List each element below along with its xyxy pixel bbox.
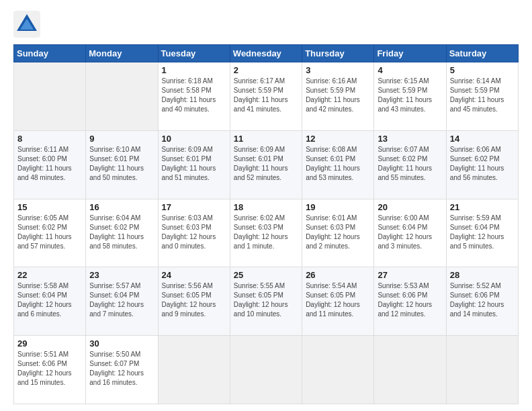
day-info: Sunrise: 6:08 AM Sunset: 6:01 PM Dayligh… bbox=[306, 146, 360, 181]
day-info: Sunrise: 5:57 AM Sunset: 6:04 PM Dayligh… bbox=[89, 282, 144, 318]
day-info: Sunrise: 5:56 AM Sunset: 6:05 PM Dayligh… bbox=[162, 282, 216, 318]
day-info: Sunrise: 5:52 AM Sunset: 6:06 PM Dayligh… bbox=[450, 282, 504, 318]
calendar-cell bbox=[374, 336, 446, 404]
day-info: Sunrise: 6:11 AM Sunset: 6:00 PM Dayligh… bbox=[17, 146, 72, 181]
calendar-cell bbox=[302, 336, 374, 404]
day-number: 17 bbox=[162, 202, 226, 212]
day-number: 9 bbox=[89, 134, 154, 144]
day-info: Sunrise: 6:09 AM Sunset: 6:01 PM Dayligh… bbox=[162, 146, 216, 181]
calendar-cell: 15 Sunrise: 6:05 AM Sunset: 6:02 PM Dayl… bbox=[14, 199, 86, 267]
day-info: Sunrise: 6:07 AM Sunset: 6:02 PM Dayligh… bbox=[378, 146, 432, 181]
calendar-cell: 10 Sunrise: 6:09 AM Sunset: 6:01 PM Dayl… bbox=[158, 130, 230, 199]
calendar-cell: 13 Sunrise: 6:07 AM Sunset: 6:02 PM Dayl… bbox=[374, 130, 446, 199]
page: SundayMondayTuesdayWednesdayThursdayFrid… bbox=[0, 0, 532, 411]
day-info: Sunrise: 6:01 AM Sunset: 6:03 PM Dayligh… bbox=[306, 214, 360, 250]
day-number: 19 bbox=[306, 202, 370, 212]
calendar-cell: 8 Sunrise: 6:11 AM Sunset: 6:00 PM Dayli… bbox=[14, 130, 86, 199]
calendar-cell bbox=[158, 336, 230, 404]
weekday-friday: Friday bbox=[374, 45, 446, 62]
header bbox=[13, 11, 519, 38]
day-number: 12 bbox=[306, 134, 370, 144]
day-info: Sunrise: 6:18 AM Sunset: 5:58 PM Dayligh… bbox=[162, 77, 216, 113]
day-info: Sunrise: 6:14 AM Sunset: 5:59 PM Dayligh… bbox=[450, 77, 504, 113]
calendar-cell: 9 Sunrise: 6:10 AM Sunset: 6:01 PM Dayli… bbox=[86, 130, 158, 199]
week-row-2: 8 Sunrise: 6:11 AM Sunset: 6:00 PM Dayli… bbox=[14, 130, 519, 199]
logo bbox=[13, 11, 44, 38]
calendar-cell: 18 Sunrise: 6:02 AM Sunset: 6:03 PM Dayl… bbox=[230, 199, 302, 267]
calendar-cell: 16 Sunrise: 6:04 AM Sunset: 6:02 PM Dayl… bbox=[86, 199, 158, 267]
calendar-cell: 28 Sunrise: 5:52 AM Sunset: 6:06 PM Dayl… bbox=[446, 267, 518, 336]
calendar-cell: 2 Sunrise: 6:17 AM Sunset: 5:59 PM Dayli… bbox=[230, 62, 302, 131]
calendar-cell: 5 Sunrise: 6:14 AM Sunset: 5:59 PM Dayli… bbox=[446, 62, 518, 131]
calendar-table: SundayMondayTuesdayWednesdayThursdayFrid… bbox=[13, 44, 519, 404]
weekday-thursday: Thursday bbox=[302, 45, 374, 62]
calendar-cell: 19 Sunrise: 6:01 AM Sunset: 6:03 PM Dayl… bbox=[302, 199, 374, 267]
weekday-wednesday: Wednesday bbox=[230, 45, 302, 62]
calendar-cell: 12 Sunrise: 6:08 AM Sunset: 6:01 PM Dayl… bbox=[302, 130, 374, 199]
calendar-cell: 22 Sunrise: 5:58 AM Sunset: 6:04 PM Dayl… bbox=[14, 267, 86, 336]
logo-icon bbox=[13, 11, 40, 38]
calendar-cell: 30 Sunrise: 5:50 AM Sunset: 6:07 PM Dayl… bbox=[86, 336, 158, 404]
day-info: Sunrise: 5:54 AM Sunset: 6:05 PM Dayligh… bbox=[306, 282, 360, 318]
week-row-4: 22 Sunrise: 5:58 AM Sunset: 6:04 PM Dayl… bbox=[14, 267, 519, 336]
day-info: Sunrise: 5:51 AM Sunset: 6:06 PM Dayligh… bbox=[17, 351, 72, 386]
day-info: Sunrise: 6:09 AM Sunset: 6:01 PM Dayligh… bbox=[234, 146, 288, 181]
day-number: 11 bbox=[234, 134, 298, 144]
day-number: 1 bbox=[162, 65, 226, 75]
calendar-cell: 27 Sunrise: 5:53 AM Sunset: 6:06 PM Dayl… bbox=[374, 267, 446, 336]
weekday-tuesday: Tuesday bbox=[158, 45, 230, 62]
day-info: Sunrise: 6:05 AM Sunset: 6:02 PM Dayligh… bbox=[17, 214, 72, 250]
day-info: Sunrise: 6:17 AM Sunset: 5:59 PM Dayligh… bbox=[234, 77, 288, 113]
day-number: 22 bbox=[17, 270, 82, 280]
day-info: Sunrise: 5:55 AM Sunset: 6:05 PM Dayligh… bbox=[234, 282, 288, 318]
day-number: 10 bbox=[162, 134, 226, 144]
day-number: 24 bbox=[162, 270, 226, 280]
calendar-cell bbox=[230, 336, 302, 404]
day-number: 5 bbox=[450, 65, 515, 75]
day-number: 18 bbox=[234, 202, 298, 212]
day-number: 8 bbox=[17, 134, 82, 144]
calendar-cell bbox=[446, 336, 518, 404]
calendar-cell: 29 Sunrise: 5:51 AM Sunset: 6:06 PM Dayl… bbox=[14, 336, 86, 404]
calendar-cell: 11 Sunrise: 6:09 AM Sunset: 6:01 PM Dayl… bbox=[230, 130, 302, 199]
day-info: Sunrise: 5:50 AM Sunset: 6:07 PM Dayligh… bbox=[89, 351, 144, 386]
day-info: Sunrise: 6:16 AM Sunset: 5:59 PM Dayligh… bbox=[306, 77, 360, 113]
calendar-cell: 14 Sunrise: 6:06 AM Sunset: 6:02 PM Dayl… bbox=[446, 130, 518, 199]
day-info: Sunrise: 6:10 AM Sunset: 6:01 PM Dayligh… bbox=[89, 146, 144, 181]
day-info: Sunrise: 6:02 AM Sunset: 6:03 PM Dayligh… bbox=[234, 214, 288, 250]
day-info: Sunrise: 6:00 AM Sunset: 6:04 PM Dayligh… bbox=[378, 214, 432, 250]
day-number: 29 bbox=[17, 338, 82, 349]
calendar-cell bbox=[14, 62, 86, 131]
day-number: 21 bbox=[450, 202, 515, 212]
day-info: Sunrise: 6:03 AM Sunset: 6:03 PM Dayligh… bbox=[162, 214, 216, 250]
weekday-saturday: Saturday bbox=[446, 45, 518, 62]
day-info: Sunrise: 5:53 AM Sunset: 6:06 PM Dayligh… bbox=[378, 282, 432, 318]
day-info: Sunrise: 6:06 AM Sunset: 6:02 PM Dayligh… bbox=[450, 146, 504, 181]
calendar-cell: 25 Sunrise: 5:55 AM Sunset: 6:05 PM Dayl… bbox=[230, 267, 302, 336]
week-row-5: 29 Sunrise: 5:51 AM Sunset: 6:06 PM Dayl… bbox=[14, 336, 519, 404]
day-number: 13 bbox=[378, 134, 442, 144]
day-number: 4 bbox=[378, 65, 442, 75]
day-number: 14 bbox=[450, 134, 515, 144]
week-row-1: 1 Sunrise: 6:18 AM Sunset: 5:58 PM Dayli… bbox=[14, 62, 519, 131]
day-number: 28 bbox=[450, 270, 515, 280]
calendar-cell: 4 Sunrise: 6:15 AM Sunset: 5:59 PM Dayli… bbox=[374, 62, 446, 131]
day-number: 15 bbox=[17, 202, 82, 212]
day-number: 25 bbox=[234, 270, 298, 280]
calendar-cell: 24 Sunrise: 5:56 AM Sunset: 6:05 PM Dayl… bbox=[158, 267, 230, 336]
day-number: 2 bbox=[234, 65, 298, 75]
day-number: 26 bbox=[306, 270, 370, 280]
calendar-cell: 3 Sunrise: 6:16 AM Sunset: 5:59 PM Dayli… bbox=[302, 62, 374, 131]
day-number: 16 bbox=[89, 202, 154, 212]
calendar-cell: 26 Sunrise: 5:54 AM Sunset: 6:05 PM Dayl… bbox=[302, 267, 374, 336]
calendar-cell: 23 Sunrise: 5:57 AM Sunset: 6:04 PM Dayl… bbox=[86, 267, 158, 336]
day-info: Sunrise: 6:15 AM Sunset: 5:59 PM Dayligh… bbox=[378, 77, 432, 113]
day-number: 3 bbox=[306, 65, 370, 75]
weekday-header-row: SundayMondayTuesdayWednesdayThursdayFrid… bbox=[14, 45, 519, 62]
day-number: 23 bbox=[89, 270, 154, 280]
weekday-sunday: Sunday bbox=[14, 45, 86, 62]
calendar-cell: 21 Sunrise: 5:59 AM Sunset: 6:04 PM Dayl… bbox=[446, 199, 518, 267]
day-info: Sunrise: 5:59 AM Sunset: 6:04 PM Dayligh… bbox=[450, 214, 504, 250]
weekday-monday: Monday bbox=[86, 45, 158, 62]
day-number: 30 bbox=[89, 338, 154, 349]
